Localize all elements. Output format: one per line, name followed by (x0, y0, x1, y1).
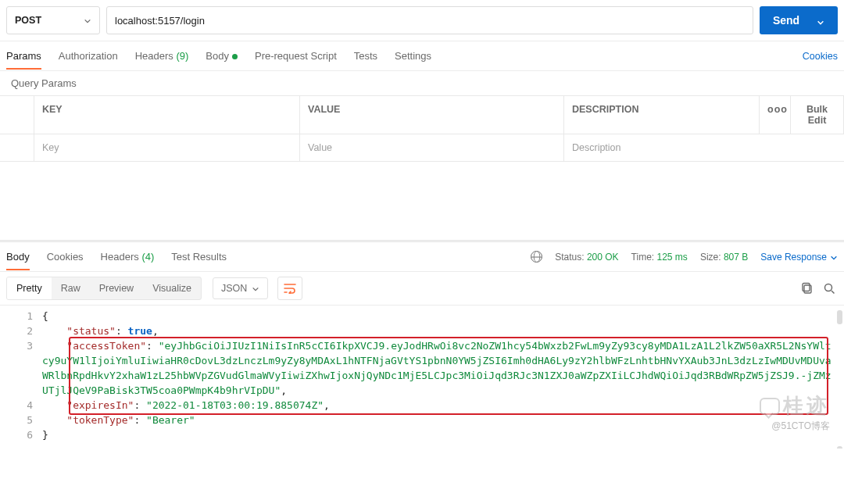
blank-area (0, 162, 844, 240)
desc-input[interactable]: Description (564, 134, 844, 161)
tab-body[interactable]: Body (206, 50, 238, 62)
method-select[interactable]: POST (6, 6, 100, 34)
col-desc: DESCRIPTION (564, 96, 760, 134)
chevron-down-icon (252, 284, 259, 292)
lang-select[interactable]: JSON (213, 277, 268, 299)
globe-icon[interactable] (531, 251, 542, 263)
col-key: KEY (34, 96, 300, 134)
viewer-toolbar: Pretty Raw Preview Visualize JSON (0, 272, 844, 306)
value-input[interactable]: Value (300, 134, 564, 161)
copy-icon[interactable] (799, 280, 816, 297)
scrollbar-thumb[interactable] (837, 310, 842, 324)
resp-tab-body[interactable]: Body (6, 251, 30, 263)
search-icon[interactable] (821, 280, 838, 297)
resp-tab-headers[interactable]: Headers (4) (101, 251, 155, 263)
request-bar: POST Send (0, 0, 844, 41)
view-raw[interactable]: Raw (52, 277, 90, 299)
view-preview[interactable]: Preview (90, 277, 143, 299)
chevron-down-icon (830, 253, 838, 261)
cookies-link[interactable]: Cookies (803, 51, 838, 62)
query-params-heading: Query Params (0, 71, 844, 95)
chevron-down-icon (817, 16, 824, 24)
request-tabs: Params Authorization Headers (9) Body Pr… (0, 41, 844, 71)
response-tabs: Body Cookies Headers (4) Test Results St… (0, 242, 844, 272)
view-mode-segment: Pretty Raw Preview Visualize (6, 277, 202, 300)
send-button[interactable]: Send (760, 6, 838, 34)
param-input-row: Key Value Description (0, 134, 844, 162)
scrollbar-thumb[interactable] (837, 446, 842, 449)
watermark: 桂迹 @51CTO博客 (760, 392, 830, 433)
dot-icon (232, 54, 238, 59)
wrap-lines-button[interactable] (277, 277, 302, 300)
tab-prerequest[interactable]: Pre-request Script (255, 50, 337, 62)
bulk-edit-button[interactable]: Bulk Edit (791, 96, 844, 134)
tab-headers[interactable]: Headers (9) (135, 50, 189, 62)
key-input[interactable]: Key (34, 134, 300, 161)
response-body: 1{ 2 "status": true, 3 "accessToken": "e… (0, 306, 844, 449)
tab-authorization[interactable]: Authorization (59, 50, 118, 62)
col-value: VALUE (300, 96, 564, 134)
method-label: POST (15, 15, 41, 26)
send-label: Send (773, 14, 799, 27)
tab-tests[interactable]: Tests (354, 50, 377, 62)
view-pretty[interactable]: Pretty (7, 277, 52, 299)
chat-icon (760, 398, 780, 415)
chevron-down-icon (84, 16, 91, 24)
tab-settings[interactable]: Settings (395, 50, 431, 62)
url-input[interactable] (106, 6, 753, 34)
resp-tab-results[interactable]: Test Results (171, 251, 227, 263)
view-visualize[interactable]: Visualize (143, 277, 201, 299)
save-response-button[interactable]: Save Response (760, 252, 838, 263)
status-strip: Status: 200 OK Time: 125 ms Size: 807 B … (531, 251, 838, 263)
param-header-row: KEY VALUE DESCRIPTION ooo Bulk Edit (0, 96, 844, 134)
resp-tab-cookies[interactable]: Cookies (47, 251, 84, 263)
svg-point-2 (825, 284, 832, 291)
tab-params[interactable]: Params (6, 50, 41, 62)
more-icon[interactable]: ooo (760, 96, 791, 134)
params-table: KEY VALUE DESCRIPTION ooo Bulk Edit Key … (0, 95, 844, 162)
